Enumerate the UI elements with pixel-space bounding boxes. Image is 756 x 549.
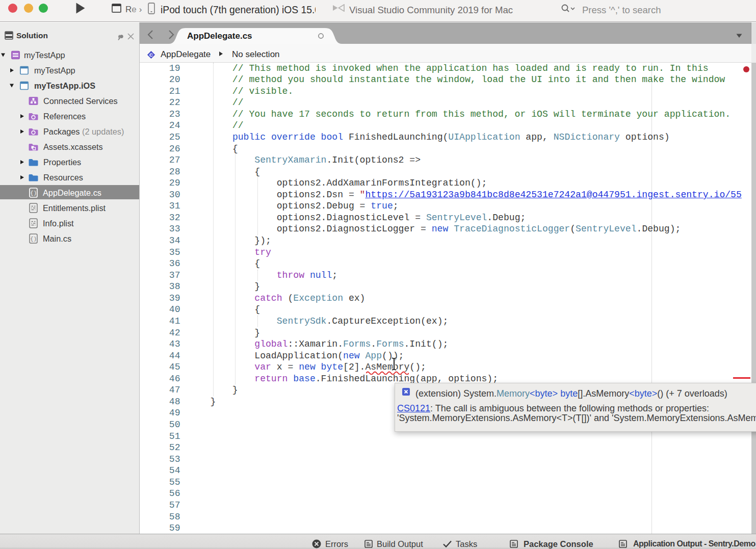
svg-text:{): {) [30,190,37,196]
svg-text:{): {) [30,236,37,242]
svg-text:C: C [149,52,153,58]
